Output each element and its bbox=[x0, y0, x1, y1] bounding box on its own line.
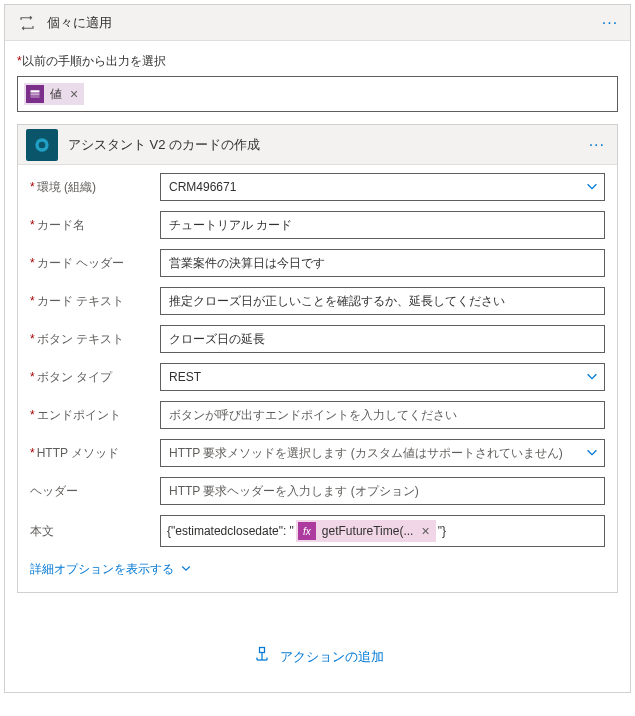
row-headers: ヘッダー bbox=[30, 477, 605, 505]
row-card-name: *カード名 bbox=[30, 211, 605, 239]
action-title: アシスタント V2 のカードの作成 bbox=[58, 136, 585, 154]
row-button-text: *ボタン テキスト bbox=[30, 325, 605, 353]
assistant-icon bbox=[26, 129, 58, 161]
value-token[interactable]: 値 × bbox=[24, 83, 84, 105]
card-header-input[interactable] bbox=[160, 249, 605, 277]
row-endpoint: *エンドポイント bbox=[30, 401, 605, 429]
endpoint-input[interactable] bbox=[160, 401, 605, 429]
action-header[interactable]: アシスタント V2 のカードの作成 ··· bbox=[18, 125, 617, 165]
body-input[interactable]: {"estimatedclosedate": " fx getFutureTim… bbox=[160, 515, 605, 547]
prev-output-input[interactable]: 値 × bbox=[17, 76, 618, 112]
add-action-button[interactable]: アクションの追加 bbox=[252, 645, 384, 668]
row-environment: *環境 (組織) bbox=[30, 173, 605, 201]
action-form: *環境 (組織) *カード名 *カード ヘッダー *カード テキスト *ボタン … bbox=[18, 165, 617, 547]
value-token-remove-icon[interactable]: × bbox=[70, 86, 78, 102]
value-token-label: 値 bbox=[50, 86, 62, 103]
body-prefix-text: {"estimatedclosedate": " bbox=[167, 524, 294, 538]
row-card-text: *カード テキスト bbox=[30, 287, 605, 315]
row-button-type: *ボタン タイプ bbox=[30, 363, 605, 391]
foreach-icon bbox=[13, 9, 41, 37]
http-method-select[interactable] bbox=[160, 439, 605, 467]
foreach-card: 個々に適用 ··· *以前の手順から出力を選択 値 × アシスタント V2 のカ… bbox=[4, 4, 631, 693]
row-body: 本文 {"estimatedclosedate": " fx getFuture… bbox=[30, 515, 605, 547]
svg-rect-2 bbox=[31, 96, 40, 98]
chevron-down-icon bbox=[180, 562, 192, 577]
environment-select[interactable] bbox=[160, 173, 605, 201]
prev-output-label: *以前の手順から出力を選択 bbox=[5, 41, 630, 76]
action-card: アシスタント V2 のカードの作成 ··· *環境 (組織) *カード名 *カー… bbox=[17, 124, 618, 593]
fx-token-remove-icon[interactable]: × bbox=[421, 523, 429, 539]
card-name-input[interactable] bbox=[160, 211, 605, 239]
add-action-label: アクションの追加 bbox=[280, 648, 384, 666]
button-type-select[interactable] bbox=[160, 363, 605, 391]
add-action-icon bbox=[252, 645, 272, 668]
svg-rect-0 bbox=[31, 90, 40, 92]
button-text-input[interactable] bbox=[160, 325, 605, 353]
headers-input[interactable] bbox=[160, 477, 605, 505]
dataverse-icon bbox=[26, 85, 44, 103]
fx-token-label: getFutureTime(... bbox=[322, 524, 414, 538]
fx-token[interactable]: fx getFutureTime(... × bbox=[296, 520, 436, 542]
foreach-menu-icon[interactable]: ··· bbox=[598, 14, 622, 32]
svg-rect-1 bbox=[31, 93, 40, 95]
add-action-area: アクションの追加 bbox=[5, 605, 630, 692]
svg-rect-5 bbox=[259, 648, 264, 653]
card-text-input[interactable] bbox=[160, 287, 605, 315]
action-menu-icon[interactable]: ··· bbox=[585, 136, 609, 154]
show-advanced-link[interactable]: 詳細オプションを表示する bbox=[18, 557, 204, 592]
svg-point-4 bbox=[39, 141, 46, 148]
fx-icon: fx bbox=[298, 522, 316, 540]
row-card-header: *カード ヘッダー bbox=[30, 249, 605, 277]
foreach-header[interactable]: 個々に適用 ··· bbox=[5, 5, 630, 41]
foreach-title: 個々に適用 bbox=[41, 14, 598, 32]
body-suffix-text: "} bbox=[438, 524, 446, 538]
row-http-method: *HTTP メソッド bbox=[30, 439, 605, 467]
